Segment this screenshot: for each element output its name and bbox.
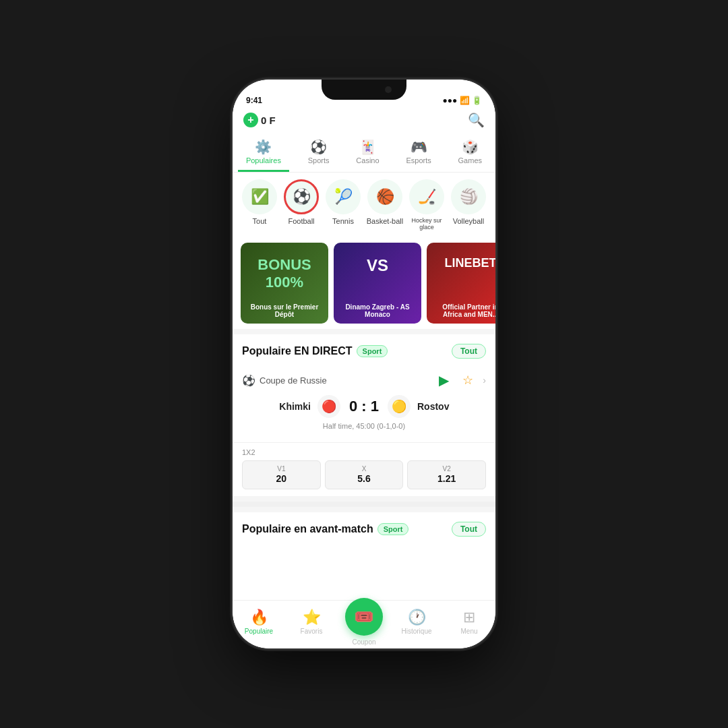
volleyball-icon-wrap: 🏐 (451, 179, 486, 214)
tout-label: Tout (253, 217, 267, 225)
league-left-russie: ⚽ Coupe de Russie (242, 374, 327, 387)
nav-sports[interactable]: ⚽ Sports (300, 136, 338, 172)
coupon-center-button[interactable]: 🎟️ (345, 598, 383, 636)
odd-v2[interactable]: V2 1.21 (407, 460, 486, 489)
match-card-inner-uefa: ⚽ Ligue des champions de l'UEFA ☆ › Géro… (233, 542, 495, 546)
filter-hockey[interactable]: 🏒 Hockey sur glace (408, 179, 446, 231)
odds-row-russie: V1 20 X 5.6 V2 1.21 (242, 460, 486, 489)
coupon-icon: 🎟️ (354, 607, 374, 626)
tab-menu[interactable]: ⊞ Menu (443, 609, 495, 635)
filter-volleyball[interactable]: 🏐 Volleyball (450, 179, 487, 231)
banner-bonus-label: Bonus sur le Premier Dépôt (246, 303, 323, 318)
scroll-area[interactable]: ✅ Tout ⚽ Football 🎾 Tennis (233, 173, 495, 546)
populaires-icon: ⚙️ (255, 139, 272, 155)
historique-tab-label: Historique (401, 628, 431, 635)
more-icon[interactable]: › (483, 375, 486, 386)
search-button[interactable]: 🔍 (468, 112, 485, 128)
banner-bonus[interactable]: BONUS100% Bonus sur le Premier Dépôt (241, 243, 328, 324)
nav-populaires[interactable]: ⚙️ Populaires (238, 136, 289, 172)
odd-x-value: 5.6 (357, 473, 370, 484)
camera (385, 86, 392, 93)
banner-vs-text: VS (334, 243, 421, 275)
tab-historique[interactable]: 🕐 Historique (390, 609, 443, 635)
live-stream-button[interactable]: ▶ (434, 371, 453, 390)
hockey-icon: 🏒 (418, 188, 436, 206)
odds-label-russie: 1X2 (242, 448, 486, 456)
menu-tab-label: Menu (460, 628, 477, 635)
filter-football[interactable]: ⚽ Football (282, 179, 320, 231)
odd-x[interactable]: X 5.6 (325, 460, 404, 489)
filter-tennis[interactable]: 🎾 Tennis (324, 179, 362, 231)
sports-icon: ⚽ (310, 139, 327, 155)
banner-bonus-text: BONUS100% (241, 243, 328, 291)
basketball-label: Basket-ball (367, 217, 403, 225)
tab-favoris[interactable]: ⭐ Favoris (285, 609, 338, 635)
football-label: Football (288, 217, 314, 225)
odd-v1[interactable]: V1 20 (242, 460, 321, 489)
team1-logo: 🔴 (317, 395, 340, 418)
football-icon-wrap: ⚽ (284, 179, 319, 214)
nav-games[interactable]: 🎲 Games (450, 136, 490, 172)
balance-amount: 0 F (261, 115, 276, 126)
linebet-logo: LINEBET (427, 243, 495, 270)
plus-icon: + (243, 113, 258, 127)
teams-row-russie: Khimki 🔴 0 : 1 🟡 Rostov (242, 395, 486, 418)
banner-linebet-label: Official Partner in Africa and MEN... (432, 303, 495, 318)
hockey-label: Hockey sur glace (408, 217, 446, 231)
phone-screen: 9:41 ●●● 📶 🔋 + 0 F 🔍 ⚙️ Populaires ⚽ Spo… (233, 80, 495, 648)
nav-esports[interactable]: 🎮 Esports (398, 136, 439, 172)
filter-basketball[interactable]: 🏀 Basket-ball (366, 179, 404, 231)
populaire-tab-label: Populaire (245, 628, 273, 635)
tab-populaire[interactable]: 🔥 Populaire (233, 609, 285, 635)
avant-match-tout-button[interactable]: Tout (452, 522, 486, 537)
tennis-icon: 🎾 (334, 188, 353, 206)
odds-section-russie: 1X2 V1 20 X 5.6 V2 1.21 (233, 442, 495, 496)
banner-dinamo[interactable]: VS Dinamo Zagreb - AS Monaco (334, 243, 421, 324)
casino-icon: 🃏 (359, 139, 376, 155)
bottom-bar: 🔥 Populaire ⭐ Favoris 🎟️ Coupon 🕐 Histor… (233, 600, 495, 648)
time: 9:41 (246, 96, 262, 105)
populaire-tab-icon: 🔥 (250, 609, 268, 626)
nav-casino[interactable]: 🃏 Casino (348, 136, 387, 172)
phone-frame: 9:41 ●●● 📶 🔋 + 0 F 🔍 ⚙️ Populaires ⚽ Spo… (233, 80, 495, 648)
tab-coupon-wrap: 🎟️ Coupon (338, 598, 390, 646)
coupon-tab-label: Coupon (352, 638, 375, 646)
team1-name: Khimki (270, 401, 311, 412)
team2-logo: 🟡 (388, 395, 411, 418)
odd-v2-label: V2 (411, 465, 483, 473)
favoris-tab-label: Favoris (301, 628, 323, 635)
en-direct-title: Populaire EN DIRECT Sport (242, 345, 388, 357)
tout-icon: ✅ (251, 188, 269, 206)
odd-v1-value: 20 (276, 473, 287, 484)
signal: ●●● 📶 🔋 (443, 96, 482, 105)
notch (322, 80, 406, 100)
banner-dinamo-label: Dinamo Zagreb - AS Monaco (339, 303, 416, 318)
match-card-uefa: ⚽ Ligue des champions de l'UEFA ☆ › Géro… (233, 542, 495, 546)
games-icon: 🎲 (462, 139, 479, 155)
esports-icon: 🎮 (411, 139, 427, 155)
league-row-russie: ⚽ Coupe de Russie ▶ ☆ › (242, 371, 486, 390)
balance-button[interactable]: + 0 F (243, 113, 276, 127)
banner-linebet[interactable]: LINEBET Official Partner in Africa and M… (427, 243, 495, 324)
volleyball-label: Volleyball (453, 217, 484, 225)
avant-match-badge: Sport (377, 523, 409, 535)
avant-match-title: Populaire en avant-match Sport (242, 523, 408, 535)
match-card-inner-russie: ⚽ Coupe de Russie ▶ ☆ › Khimki 🔴 0 : 1 (233, 364, 495, 442)
divider-1 (233, 502, 495, 507)
sports-label: Sports (308, 156, 330, 164)
casino-label: Casino (356, 156, 379, 164)
avant-match-header: Populaire en avant-match Sport Tout (233, 512, 495, 542)
filter-tout[interactable]: ✅ Tout (241, 179, 278, 231)
en-direct-tout-button[interactable]: Tout (452, 344, 486, 359)
tennis-label: Tennis (332, 217, 354, 225)
favoris-tab-icon: ⭐ (303, 609, 321, 626)
match-score: 0 : 1 (347, 398, 381, 415)
banners-row: BONUS100% Bonus sur le Premier Dépôt VS … (233, 237, 495, 329)
tout-icon-wrap: ✅ (242, 179, 277, 214)
team2-name: Rostov (417, 401, 458, 412)
odd-v1-label: V1 (245, 465, 317, 473)
top-nav: + 0 F 🔍 (233, 109, 495, 133)
football-icon: ⚽ (293, 188, 311, 206)
favorite-button-russie[interactable]: ☆ (458, 371, 477, 390)
hockey-icon-wrap: 🏒 (409, 179, 444, 214)
